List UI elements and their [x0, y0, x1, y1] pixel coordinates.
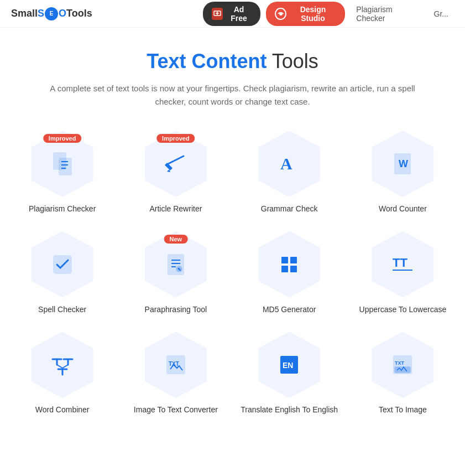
tool-label-article-rewriter: Article Rewriter — [149, 204, 202, 215]
svg-rect-25 — [290, 266, 297, 272]
tool-icon-wrapper-translate: EN — [253, 332, 325, 398]
article-rewriter-icon — [163, 151, 189, 177]
tool-label-word-combiner: Word Combiner — [35, 405, 90, 416]
tool-text-to-image[interactable]: TXT Text To Image — [352, 332, 454, 416]
translate-icon: EN — [276, 351, 302, 378]
svg-line-35 — [62, 365, 68, 368]
svg-text:TXT: TXT — [169, 361, 179, 367]
logo-text-small: Small — [11, 8, 38, 19]
tool-icon-bg-image-to-text: TXT — [140, 332, 212, 398]
tool-icon-wrapper-spell — [27, 231, 98, 298]
tool-icon-bg-word-combiner — [27, 332, 98, 398]
design-studio-label: Design Studio — [290, 5, 337, 23]
svg-rect-22 — [281, 257, 288, 263]
tool-grammar-check[interactable]: A Grammar Check — [238, 131, 341, 215]
tool-label-uppercase-to-lowercase: Uppercase To Lowercase — [359, 304, 447, 315]
text-to-image-icon: TXT — [389, 351, 416, 378]
tool-label-plagiarism-checker: Plagiarism Checker — [29, 204, 96, 215]
svg-rect-24 — [281, 266, 288, 272]
ad-free-icon — [212, 8, 223, 20]
tool-label-md5-generator: MD5 Generator — [263, 304, 316, 315]
tool-icon-wrapper-article: Improved — [140, 131, 212, 197]
ad-free-label: Ad Free — [226, 5, 252, 23]
tool-icon-bg-grammar: A — [253, 131, 325, 197]
logo-icon-e: E — [45, 7, 58, 20]
tool-icon-bg-uppercase: TT — [367, 231, 438, 298]
main-content: Text Content Tools A complete set of tex… — [0, 28, 465, 438]
header: Small S E O Tools Ad Free Desi — [0, 0, 465, 28]
tool-plagiarism-checker[interactable]: Improved Plagiarism Checker — [11, 131, 113, 215]
tool-icon-wrapper-text-to-image: TXT — [367, 332, 438, 398]
grammar-check-icon: A — [276, 151, 302, 177]
tool-word-combiner[interactable]: Word Combiner — [11, 332, 113, 416]
tool-spell-checker[interactable]: Spell Checker — [11, 231, 113, 315]
badge-new-paraphrasing: New — [164, 235, 188, 244]
svg-text:TT: TT — [393, 256, 407, 270]
design-studio-icon — [275, 8, 286, 20]
tool-label-grammar-check: Grammar Check — [261, 204, 318, 215]
page-title-rest: Tools — [267, 50, 318, 73]
tool-icon-wrapper-paraphrasing: ✎ New — [140, 231, 212, 298]
tool-icon-wrapper-word-counter: W — [367, 131, 438, 197]
tool-article-rewriter[interactable]: Improved Article Rewriter — [124, 131, 227, 215]
tool-md5-generator[interactable]: MD5 Generator — [238, 231, 341, 315]
nav-plagiarism-checker[interactable]: Plagiarism Checker — [351, 5, 422, 23]
md5-generator-icon — [276, 251, 302, 278]
logo-text-o: O — [59, 8, 66, 19]
image-to-text-icon: TXT — [163, 351, 189, 378]
svg-line-34 — [57, 365, 62, 368]
svg-text:✎: ✎ — [177, 267, 181, 272]
paraphrasing-icon: ✎ — [163, 251, 189, 278]
svg-rect-23 — [290, 257, 297, 263]
ad-free-button[interactable]: Ad Free — [203, 2, 261, 26]
tool-word-counter[interactable]: W Word Counter — [352, 131, 454, 215]
tool-icon-wrapper-plagiarism: Improved — [27, 131, 98, 197]
logo-text-tools: Tools — [66, 8, 92, 19]
tools-grid: Improved Plagiarism Checker Improved Art… — [11, 131, 454, 416]
logo[interactable]: Small S E O Tools — [11, 7, 92, 20]
page-title-highlight: Text Content — [147, 50, 267, 73]
uppercase-to-lowercase-icon: TT — [389, 251, 416, 278]
tool-icon-wrapper-grammar: A — [253, 131, 325, 197]
header-right: Ad Free Design Studio Plagiarism Checker… — [203, 2, 454, 26]
tool-icon-bg-md5 — [253, 231, 325, 298]
tool-translate-english[interactable]: EN Translate English To English — [238, 332, 341, 416]
design-studio-button[interactable]: Design Studio — [266, 2, 345, 26]
plagiarism-icon — [49, 151, 76, 177]
tool-icon-bg-translate: EN — [253, 332, 325, 398]
svg-text:W: W — [399, 158, 408, 169]
word-combiner-icon — [49, 351, 76, 378]
svg-text:EN: EN — [283, 361, 293, 370]
logo-text-seo: S — [38, 8, 44, 19]
tool-uppercase-to-lowercase[interactable]: TT Uppercase To Lowercase — [352, 231, 454, 315]
nav-grammar[interactable]: Gr... — [429, 9, 454, 18]
tool-icon-wrapper-uppercase: TT — [367, 231, 438, 298]
tool-paraphrasing[interactable]: ✎ New Paraphrasing Tool — [124, 231, 227, 315]
tool-label-spell-checker: Spell Checker — [38, 304, 86, 315]
tool-label-translate-english: Translate English To English — [241, 405, 338, 416]
tool-icon-bg-word-counter: W — [367, 131, 438, 197]
page-title: Text Content Tools — [11, 50, 454, 73]
page-subtitle: A complete set of text tools is now at y… — [34, 82, 432, 108]
tool-icon-wrapper-image-to-text: TXT — [140, 332, 212, 398]
tool-icon-wrapper-word-combiner — [27, 332, 98, 398]
tool-image-to-text[interactable]: TXT Image To Text Converter — [124, 332, 227, 416]
tool-label-image-to-text: Image To Text Converter — [134, 405, 218, 416]
spell-checker-icon — [49, 251, 76, 278]
svg-line-9 — [168, 156, 184, 164]
badge-improved-article: Improved — [156, 134, 195, 143]
svg-text:TXT: TXT — [395, 360, 405, 366]
tool-label-text-to-image: Text To Image — [379, 405, 427, 416]
tool-icon-wrapper-md5 — [253, 231, 325, 298]
badge-improved-plagiarism: Improved — [43, 134, 82, 143]
tool-label-paraphrasing: Paraphrasing Tool — [145, 304, 207, 315]
tool-icon-bg-spell — [27, 231, 98, 298]
word-counter-icon: W — [389, 151, 416, 177]
svg-text:A: A — [280, 154, 292, 173]
svg-rect-5 — [59, 158, 71, 175]
tool-icon-bg-text-to-image: TXT — [367, 332, 438, 398]
tool-label-word-counter: Word Counter — [379, 204, 427, 215]
